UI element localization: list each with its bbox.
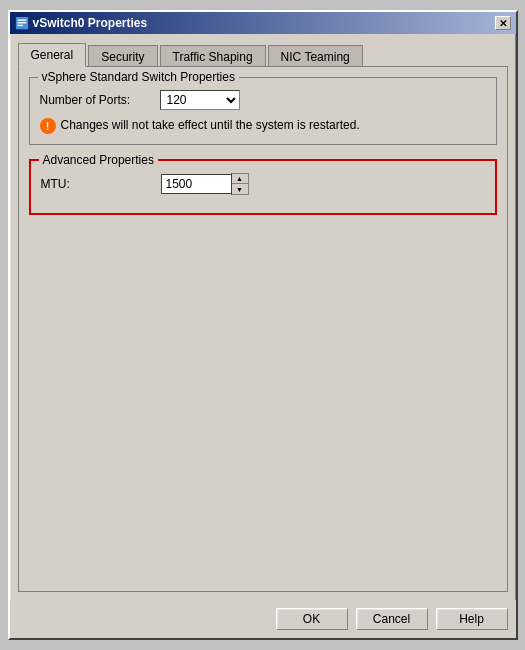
warning-text: Changes will not take effect until the s… (61, 118, 360, 132)
svg-rect-2 (17, 22, 26, 23)
title-bar: vSwitch0 Properties ✕ (10, 12, 516, 34)
advanced-group-content: MTU: ▲ ▼ (41, 173, 485, 195)
vsphere-group-content: Number of Ports: 120 256 512 1016 (40, 90, 486, 134)
tab-bar: General Security Traffic Shaping NIC Tea… (18, 42, 508, 66)
tab-security[interactable]: Security (88, 45, 157, 68)
mtu-increment-button[interactable]: ▲ (232, 174, 248, 184)
window-content: General Security Traffic Shaping NIC Tea… (10, 34, 516, 600)
vsphere-properties-group: vSphere Standard Switch Properties Numbe… (29, 77, 497, 145)
tab-nic-teaming[interactable]: NIC Teaming (268, 45, 363, 68)
mtu-input[interactable] (161, 174, 231, 194)
help-button[interactable]: Help (436, 608, 508, 630)
ok-button[interactable]: OK (276, 608, 348, 630)
content-spacer (29, 225, 497, 581)
window-icon (15, 16, 29, 30)
vsphere-group-legend: vSphere Standard Switch Properties (38, 70, 239, 84)
advanced-properties-group: Advanced Properties MTU: ▲ ▼ (29, 159, 497, 215)
mtu-spinner-buttons: ▲ ▼ (231, 173, 249, 195)
warning-icon: ! (40, 118, 56, 134)
svg-rect-1 (17, 20, 26, 21)
mtu-label: MTU: (41, 177, 161, 191)
window-title: vSwitch0 Properties (33, 16, 148, 30)
title-bar-left: vSwitch0 Properties (15, 16, 148, 30)
close-button[interactable]: ✕ (495, 16, 511, 30)
number-of-ports-label: Number of Ports: (40, 93, 160, 107)
tab-traffic-shaping[interactable]: Traffic Shaping (160, 45, 266, 68)
mtu-decrement-button[interactable]: ▼ (232, 184, 248, 194)
advanced-group-legend: Advanced Properties (39, 153, 158, 167)
cancel-button[interactable]: Cancel (356, 608, 428, 630)
main-window: vSwitch0 Properties ✕ General Security T… (8, 10, 518, 640)
svg-rect-3 (17, 25, 22, 26)
button-bar: OK Cancel Help (10, 600, 516, 638)
number-of-ports-control: 120 256 512 1016 (160, 90, 240, 110)
tab-content-general: vSphere Standard Switch Properties Numbe… (18, 66, 508, 592)
number-of-ports-row: Number of Ports: 120 256 512 1016 (40, 90, 486, 110)
mtu-spinner-control: ▲ ▼ (161, 173, 249, 195)
mtu-row: MTU: ▲ ▼ (41, 173, 485, 195)
warning-row: ! Changes will not take effect until the… (40, 118, 486, 134)
number-of-ports-select[interactable]: 120 256 512 1016 (160, 90, 240, 110)
tab-general[interactable]: General (18, 43, 87, 67)
